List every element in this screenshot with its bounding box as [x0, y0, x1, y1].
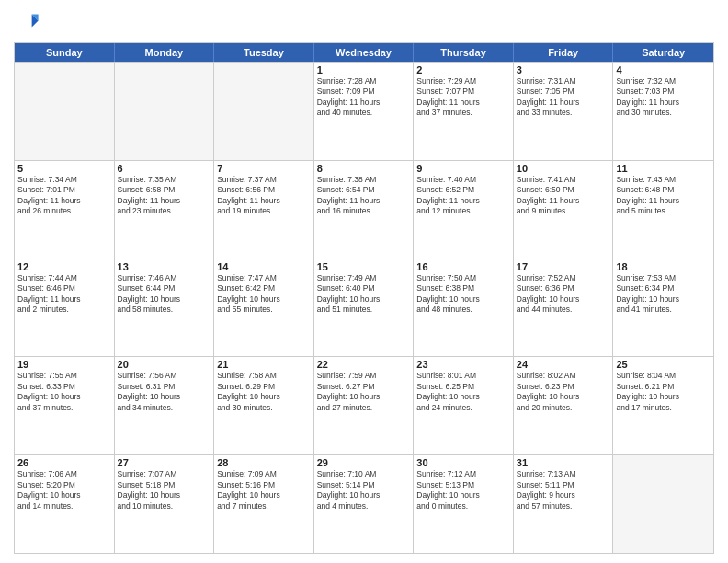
day-number: 14	[217, 261, 311, 272]
day-number: 19	[17, 359, 111, 370]
cell-line: Sunrise: 8:01 AM	[416, 371, 510, 381]
cell-line: Sunset: 6:36 PM	[517, 283, 610, 293]
cell-line: Daylight: 10 hours	[217, 490, 311, 500]
day-number: 18	[616, 261, 711, 272]
cell-line: Sunset: 7:07 PM	[416, 86, 510, 97]
cell-line: Daylight: 11 hours	[517, 196, 610, 206]
day-number: 16	[416, 261, 510, 272]
cell-line: and 51 minutes.	[317, 304, 411, 315]
cell-line: Sunset: 6:23 PM	[517, 382, 610, 392]
cell-line: Daylight: 10 hours	[517, 294, 610, 304]
cell-line: and 37 minutes.	[17, 403, 111, 413]
cell-line: Sunset: 6:27 PM	[317, 382, 411, 392]
cell-line: Daylight: 11 hours	[616, 196, 711, 206]
cell-line: Daylight: 10 hours	[416, 294, 510, 304]
cal-cell-2-2: 14Sunrise: 7:47 AMSunset: 6:42 PMDayligh…	[214, 259, 314, 357]
day-number: 15	[317, 261, 411, 272]
cal-cell-3-0: 19Sunrise: 7:55 AMSunset: 6:33 PMDayligh…	[15, 357, 115, 454]
cell-line: Sunrise: 7:55 AM	[17, 371, 111, 381]
cal-cell-4-0: 26Sunrise: 7:06 AMSunset: 5:20 PMDayligh…	[15, 455, 115, 553]
cell-line: and 44 minutes.	[517, 304, 610, 315]
cell-line: Sunset: 6:33 PM	[17, 382, 111, 392]
cell-line: and 30 minutes.	[217, 403, 311, 413]
day-number: 12	[17, 261, 111, 272]
cell-line: Sunset: 6:21 PM	[616, 382, 711, 392]
cell-line: Sunrise: 7:56 AM	[118, 371, 211, 381]
cell-line: Sunset: 6:40 PM	[317, 283, 411, 293]
cal-cell-1-2: 7Sunrise: 7:37 AMSunset: 6:56 PMDaylight…	[214, 161, 314, 259]
cell-line: and 41 minutes.	[616, 304, 711, 315]
cell-line: Sunrise: 7:12 AM	[416, 469, 510, 479]
cell-line: Sunrise: 7:50 AM	[416, 273, 510, 283]
cell-line: Sunset: 5:13 PM	[416, 480, 510, 490]
day-number: 28	[217, 457, 311, 468]
cell-line: Sunrise: 7:59 AM	[317, 371, 411, 381]
header	[14, 9, 714, 35]
cell-line: Sunset: 6:48 PM	[616, 185, 711, 195]
day-header-tuesday: Tuesday	[214, 43, 314, 62]
cell-line: and 20 minutes.	[517, 403, 610, 413]
cell-line: and 5 minutes.	[616, 206, 711, 216]
cell-line: Daylight: 11 hours	[416, 196, 510, 206]
day-number: 4	[616, 64, 711, 75]
cell-line: Daylight: 11 hours	[616, 98, 711, 108]
cell-line: Daylight: 11 hours	[17, 196, 111, 206]
day-number: 1	[317, 64, 411, 75]
day-number: 23	[416, 359, 510, 370]
cell-line: Daylight: 10 hours	[317, 294, 411, 304]
cal-cell-1-4: 9Sunrise: 7:40 AMSunset: 6:52 PMDaylight…	[414, 161, 514, 259]
cell-line: Daylight: 10 hours	[317, 392, 411, 402]
cell-line: Sunset: 6:52 PM	[416, 185, 510, 195]
day-number: 9	[416, 163, 510, 174]
cell-line: Daylight: 11 hours	[517, 98, 610, 108]
cal-cell-2-3: 15Sunrise: 7:49 AMSunset: 6:40 PMDayligh…	[314, 259, 415, 357]
day-number: 20	[118, 359, 211, 370]
cell-line: Sunset: 7:01 PM	[17, 185, 111, 195]
cell-line: Sunrise: 7:40 AM	[416, 175, 510, 185]
cell-line: Sunset: 5:14 PM	[317, 480, 411, 490]
day-number: 17	[517, 261, 610, 272]
cal-cell-2-1: 13Sunrise: 7:46 AMSunset: 6:44 PMDayligh…	[115, 259, 215, 357]
cal-cell-4-2: 28Sunrise: 7:09 AMSunset: 5:16 PMDayligh…	[214, 455, 314, 553]
logo	[14, 9, 43, 35]
week-row-3: 19Sunrise: 7:55 AMSunset: 6:33 PMDayligh…	[15, 356, 713, 454]
day-header-sunday: Sunday	[15, 43, 115, 62]
cell-line: and 7 minutes.	[217, 501, 311, 511]
cell-line: and 2 minutes.	[17, 304, 111, 315]
cal-cell-4-1: 27Sunrise: 7:07 AMSunset: 5:18 PMDayligh…	[115, 455, 215, 553]
cell-line: Sunrise: 7:49 AM	[317, 273, 411, 283]
page: SundayMondayTuesdayWednesdayThursdayFrid…	[0, 0, 728, 563]
cal-cell-3-3: 22Sunrise: 7:59 AMSunset: 6:27 PMDayligh…	[314, 357, 415, 454]
cell-line: and 58 minutes.	[118, 304, 211, 315]
cell-line: Sunset: 5:20 PM	[17, 480, 111, 490]
cal-cell-0-6: 4Sunrise: 7:32 AMSunset: 7:03 PMDaylight…	[613, 63, 713, 160]
cell-line: and 27 minutes.	[317, 403, 411, 413]
cell-line: Sunset: 6:50 PM	[517, 185, 610, 195]
cell-line: Sunset: 6:42 PM	[217, 283, 311, 293]
cal-cell-2-6: 18Sunrise: 7:53 AMSunset: 6:34 PMDayligh…	[613, 259, 713, 357]
cal-cell-2-4: 16Sunrise: 7:50 AMSunset: 6:38 PMDayligh…	[414, 259, 514, 357]
cell-line: Sunset: 6:56 PM	[217, 185, 311, 195]
cell-line: Sunrise: 7:43 AM	[616, 175, 711, 185]
cell-line: Daylight: 10 hours	[616, 294, 711, 304]
cell-line: Daylight: 10 hours	[17, 490, 111, 500]
cell-line: Sunset: 5:11 PM	[517, 480, 610, 490]
day-number: 5	[17, 163, 111, 174]
day-number: 26	[17, 457, 111, 468]
day-number: 24	[517, 359, 610, 370]
cell-line: Sunrise: 7:47 AM	[217, 273, 311, 283]
cal-cell-2-5: 17Sunrise: 7:52 AMSunset: 6:36 PMDayligh…	[514, 259, 614, 357]
day-number: 27	[118, 457, 211, 468]
cell-line: Sunset: 6:54 PM	[317, 185, 411, 195]
cell-line: Daylight: 11 hours	[118, 196, 211, 206]
cell-line: Sunrise: 7:13 AM	[517, 469, 610, 479]
cell-line: Sunrise: 7:09 AM	[217, 469, 311, 479]
day-header-monday: Monday	[115, 43, 215, 62]
cal-cell-4-4: 30Sunrise: 7:12 AMSunset: 5:13 PMDayligh…	[414, 455, 514, 553]
cell-line: Daylight: 11 hours	[317, 196, 411, 206]
cal-cell-0-3: 1Sunrise: 7:28 AMSunset: 7:09 PMDaylight…	[314, 63, 415, 160]
cell-line: Daylight: 10 hours	[217, 294, 311, 304]
cell-line: Sunrise: 7:38 AM	[317, 175, 411, 185]
week-row-2: 12Sunrise: 7:44 AMSunset: 6:46 PMDayligh…	[15, 259, 713, 357]
cell-line: Sunset: 6:25 PM	[416, 382, 510, 392]
